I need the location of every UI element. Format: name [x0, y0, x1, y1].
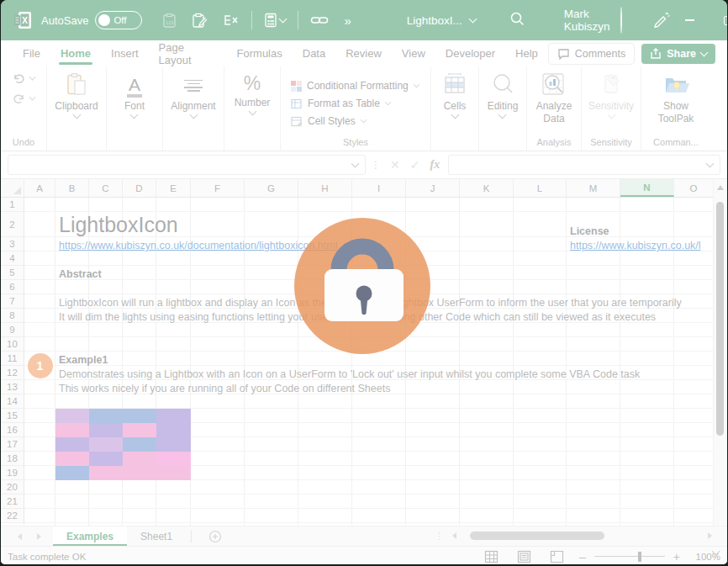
excel-window: X AutoSave Off 123 [1, 0, 727, 564]
lock-icon [293, 216, 432, 356]
